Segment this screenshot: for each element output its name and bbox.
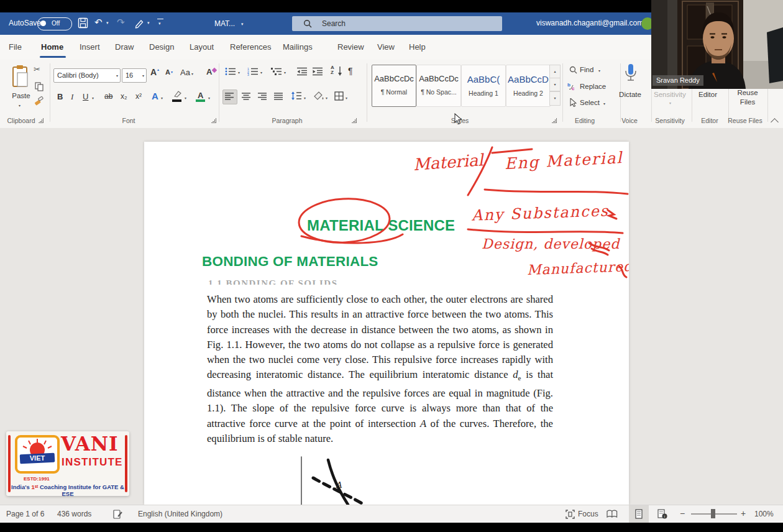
italic-button[interactable]: I [71, 92, 73, 102]
style-heading2[interactable]: AaBbCcD Heading 2 [506, 65, 551, 107]
clear-formatting-button[interactable]: A [206, 67, 212, 76]
font-size-combobox[interactable]: 16▾ [122, 68, 147, 83]
zoom-level[interactable]: 100% [754, 510, 774, 518]
zoom-slider-handle[interactable] [711, 509, 715, 518]
ink-pen-icon[interactable] [134, 17, 144, 29]
styles-scroll-down[interactable]: ▾ [549, 78, 561, 92]
qat-customize-icon[interactable] [157, 19, 163, 19]
font-color-dropdown-icon[interactable]: ▾ [208, 96, 210, 100]
zoom-out-button[interactable]: − [680, 508, 685, 518]
style-heading1[interactable]: AaBbC( Heading 1 [461, 65, 506, 107]
copy-icon[interactable] [35, 82, 44, 91]
superscript-button[interactable]: x² [135, 92, 142, 101]
shading-dropdown-icon[interactable]: ▾ [326, 96, 327, 100]
paste-button[interactable]: Paste [7, 92, 35, 99]
document-title[interactable]: MAT... [214, 19, 235, 28]
tab-draw[interactable]: Draw [115, 42, 134, 52]
multilevel-dropdown-icon[interactable]: ▾ [284, 70, 286, 75]
line-spacing-icon[interactable] [291, 91, 302, 101]
tab-home[interactable]: Home [41, 42, 63, 52]
grow-font-button[interactable]: A [150, 67, 157, 77]
text-effects-button[interactable]: A [152, 91, 158, 101]
replace-button[interactable]: Replace [580, 83, 606, 90]
tab-references[interactable]: References [230, 42, 271, 52]
find-dropdown-icon[interactable]: ▾ [598, 68, 600, 73]
undo-button[interactable]: ↶ [94, 17, 103, 28]
print-layout-icon[interactable] [635, 509, 643, 519]
web-layout-icon[interactable]: i [657, 509, 667, 519]
find-button[interactable]: Find [580, 66, 593, 73]
justify-icon[interactable] [274, 93, 283, 100]
save-icon[interactable] [78, 17, 88, 29]
format-painter-icon[interactable] [34, 96, 44, 106]
align-center-icon[interactable] [242, 93, 251, 100]
tab-mailings[interactable]: Mailings [283, 42, 313, 52]
select-button[interactable]: Select [580, 99, 600, 106]
focus-button[interactable]: Focus [578, 510, 598, 518]
autosave-toggle[interactable]: Off [37, 17, 72, 30]
sort-icon[interactable]: A Z [331, 65, 334, 75]
search-box[interactable] [292, 16, 502, 31]
multilevel-list-icon[interactable] [271, 67, 282, 76]
font-color-button[interactable]: A [198, 91, 203, 100]
change-case-dropdown-icon[interactable]: ▾ [191, 71, 193, 76]
styles-scroll-up[interactable]: ▴ [549, 65, 561, 79]
zoom-in-button[interactable]: + [741, 508, 746, 518]
tab-file[interactable]: File [9, 42, 22, 52]
reuse-files-button[interactable]: Reuse Files [735, 88, 761, 107]
increase-indent-icon[interactable] [313, 67, 323, 76]
paste-dropdown-icon[interactable]: ▾ [19, 103, 21, 108]
search-input[interactable] [321, 17, 485, 30]
read-mode-icon[interactable] [607, 510, 618, 518]
style-normal[interactable]: AaBbCcDc ¶ Normal [372, 65, 416, 107]
style-no-spacing[interactable]: AaBbCcDc ¶ No Spac... [416, 65, 461, 107]
proofing-icon[interactable] [113, 509, 123, 519]
change-case-button[interactable]: Aa [180, 68, 190, 77]
underline-button[interactable]: U [83, 92, 88, 101]
shrink-font-button[interactable]: A [165, 68, 170, 76]
decrease-indent-icon[interactable] [297, 67, 308, 76]
tab-view[interactable]: View [377, 42, 395, 52]
dictate-button[interactable]: Dictate [616, 91, 644, 98]
font-name-combobox[interactable]: Calibri (Body)▾ [53, 68, 121, 83]
align-right-icon[interactable] [258, 93, 267, 100]
editor-button[interactable]: Editor [698, 91, 717, 98]
paragraph-dialog-launcher[interactable] [352, 118, 357, 123]
numbering-dropdown-icon[interactable]: ▾ [260, 70, 262, 75]
tab-design[interactable]: Design [149, 42, 174, 52]
account-email[interactable]: viswanadh.chaganti@gmail.com [536, 19, 643, 27]
cut-icon[interactable]: ✂ [34, 65, 40, 74]
shading-icon[interactable] [313, 91, 324, 101]
word-count[interactable]: 436 words [57, 510, 91, 518]
paste-icon[interactable] [11, 65, 30, 88]
tab-insert[interactable]: Insert [80, 42, 100, 52]
highlight-icon[interactable] [173, 89, 183, 98]
undo-dropdown-icon[interactable]: ▾ [106, 21, 109, 25]
collapse-ribbon-icon[interactable] [771, 118, 779, 126]
clipboard-dialog-launcher[interactable] [39, 118, 44, 123]
show-marks-button[interactable]: ¶ [348, 66, 353, 76]
highlight-dropdown-icon[interactable]: ▾ [185, 96, 186, 100]
title-dropdown-icon[interactable]: ▾ [241, 22, 244, 27]
tab-layout[interactable]: Layout [190, 42, 214, 52]
font-dialog-launcher[interactable] [211, 118, 216, 123]
select-dropdown-icon[interactable]: ▾ [603, 101, 605, 106]
line-spacing-dropdown-icon[interactable]: ▾ [304, 96, 306, 100]
subscript-button[interactable]: x₂ [121, 92, 127, 101]
bold-button[interactable]: B [57, 92, 63, 101]
borders-icon[interactable] [334, 91, 344, 101]
document-page[interactable]: MATERIAL SCIENCE BONDING OF MATERIALS 1.… [144, 142, 629, 505]
bullets-icon[interactable] [225, 67, 236, 76]
styles-gallery-expand[interactable]: ▾ [549, 91, 561, 106]
ink-dropdown-icon[interactable]: ▾ [147, 21, 150, 25]
tab-help[interactable]: Help [409, 42, 426, 52]
tab-review[interactable]: Review [337, 42, 364, 52]
language-indicator[interactable]: English (United Kingdom) [138, 510, 222, 518]
webcam-video[interactable]: Sravan Reddy [651, 0, 783, 89]
underline-dropdown-icon[interactable]: ▾ [92, 96, 94, 100]
dictate-icon[interactable] [624, 63, 638, 88]
bullets-dropdown-icon[interactable]: ▾ [238, 70, 240, 75]
page-indicator[interactable]: Page 1 of 6 [6, 510, 44, 518]
borders-dropdown-icon[interactable]: ▾ [346, 96, 347, 100]
numbering-icon[interactable]: 123 [247, 67, 259, 76]
